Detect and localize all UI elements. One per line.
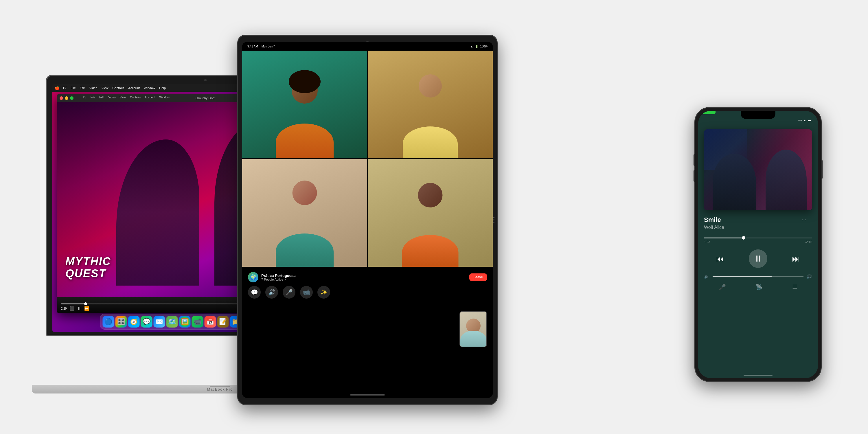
dock-photos[interactable]: 🖼️: [179, 316, 191, 328]
apple-logo-icon: 🍎: [55, 86, 60, 90]
iphone-status-icons: ▪▪▪ ▲ ▬: [798, 117, 811, 122]
group-details: Prática Portuguesa 7 People Active >: [261, 273, 296, 281]
airplay-icon[interactable]: ⬛: [69, 306, 74, 311]
menubar-view[interactable]: View: [101, 86, 108, 90]
dock-messages[interactable]: 💬: [141, 316, 153, 328]
cell-4-torso: [402, 235, 459, 267]
battery-icon: ▬: [808, 118, 811, 122]
ipad-date: Mon Jun 7: [261, 45, 275, 48]
time-elapsed: 2:29: [61, 307, 66, 310]
music-volume-row: 🔈 🔊: [704, 274, 812, 279]
dock-maps[interactable]: 🗺️: [166, 316, 178, 328]
group-name: Prática Portuguesa: [261, 273, 296, 278]
battery-label: 100%: [480, 45, 488, 48]
file-menu-item[interactable]: File: [91, 96, 95, 99]
progress-thumb[interactable]: [84, 302, 87, 305]
volume-down-button[interactable]: [693, 170, 695, 182]
play-pause-icon[interactable]: ⏸: [77, 306, 81, 311]
edit-menu-item[interactable]: Edit: [99, 96, 104, 99]
leave-button[interactable]: Leave: [469, 273, 487, 281]
artist-name: Wolf Alice: [704, 225, 812, 230]
window-menu-item[interactable]: Window: [159, 96, 169, 99]
volume-max-icon: 🔊: [806, 274, 812, 279]
maximize-button[interactable]: [70, 96, 73, 100]
menubar-file[interactable]: File: [71, 86, 76, 90]
menubar-tv[interactable]: TV: [62, 86, 66, 90]
video-menu-item[interactable]: Video: [108, 96, 116, 99]
dock-notes[interactable]: 📝: [217, 316, 229, 328]
rewind-button[interactable]: ⏮: [716, 254, 724, 264]
menubar-account[interactable]: Account: [128, 86, 140, 90]
account-menu-item[interactable]: Account: [145, 96, 155, 99]
iphone-device: 9:41 ▪▪▪ ▲ ▬: [694, 107, 822, 382]
volume-up-button[interactable]: [693, 154, 695, 166]
menubar-video[interactable]: Video: [89, 86, 97, 90]
battery-icon: 🔋: [475, 45, 478, 48]
music-progress-bar[interactable]: [704, 238, 812, 239]
music-bottom-icons: 🎤 📡 ☰: [704, 283, 812, 290]
window-title: Grouchy Goat: [195, 96, 215, 100]
volume-fill: [713, 276, 772, 277]
iphone-notch: [741, 111, 775, 119]
progress-fill: [61, 304, 84, 304]
menubar-items: TV File Edit Video View Controls Account…: [62, 86, 166, 90]
dock-safari[interactable]: 🧭: [128, 316, 140, 328]
queue-button[interactable]: ☰: [792, 283, 797, 290]
fast-forward-button[interactable]: ⏭: [792, 254, 800, 264]
cell-3-head: [292, 181, 317, 205]
speaker-btn[interactable]: 🔊: [265, 286, 278, 299]
group-icon: 🌍: [248, 272, 258, 282]
figure-right: [766, 150, 807, 210]
cell-2-torso: [403, 126, 458, 158]
mic-btn[interactable]: 🎤: [283, 286, 296, 299]
music-progress-thumb[interactable]: [742, 236, 745, 240]
more-options-button[interactable]: ···: [802, 216, 806, 223]
minimize-button[interactable]: [65, 96, 68, 100]
ipad-self-view: [460, 311, 487, 347]
time-remaining: -2:15: [805, 240, 812, 244]
menubar-controls[interactable]: Controls: [112, 86, 124, 90]
cell-2-head: [418, 74, 442, 97]
forward-icon[interactable]: ⏩: [84, 306, 89, 311]
group-count: 7 People Active >: [261, 278, 296, 281]
chat-btn[interactable]: 💬: [248, 286, 261, 299]
controls-left: 2:29 ⬛ ⏸ ⏩: [61, 306, 89, 311]
activity-indicator: [698, 111, 715, 114]
airplay-button[interactable]: 📡: [755, 283, 763, 290]
volume-slider[interactable]: [713, 276, 804, 277]
ipad-side-buttons: [493, 217, 494, 223]
music-player: Smile Wolf Alice ··· 1:23 -2:15: [698, 124, 818, 378]
facetime-cell-4: [368, 159, 493, 267]
menubar-window[interactable]: Window: [144, 86, 155, 90]
dock-facetime[interactable]: 📹: [192, 316, 204, 328]
view-menu-item[interactable]: View: [120, 96, 126, 99]
iphone-screen: 9:41 ▪▪▪ ▲ ▬: [698, 111, 818, 378]
video-btn[interactable]: 📹: [300, 286, 313, 299]
iphone-home-bar: [744, 375, 773, 376]
ipad-facetime-bar: 🌍 Prática Portuguesa 7 People Active > L…: [242, 268, 493, 398]
wifi-signal-icon: ▲: [803, 118, 806, 122]
pause-button[interactable]: ⏸: [749, 249, 767, 268]
self-view-body: [460, 331, 486, 347]
effects-btn[interactable]: ✨: [317, 286, 330, 299]
menubar-edit[interactable]: Edit: [80, 86, 85, 90]
ipad-home-bar: [350, 394, 385, 396]
music-controls: ⏮ ⏸ ⏭: [704, 249, 812, 268]
dock-launchpad[interactable]: 🎛️: [116, 316, 127, 328]
music-time-row: 1:23 -2:15: [704, 240, 812, 244]
dock-calendar[interactable]: 📅: [205, 316, 216, 328]
scene: 🍎 TV File Edit Video View Controls Accou…: [29, 18, 839, 416]
video-title-overlay: Mythic Quest: [65, 255, 111, 280]
lyrics-button[interactable]: 🎤: [719, 283, 726, 290]
cellular-icon: ▪▪▪: [798, 118, 802, 122]
controls-menu-item[interactable]: Controls: [130, 96, 141, 99]
cell-4-head: [418, 183, 443, 208]
close-button[interactable]: [60, 96, 63, 100]
power-button[interactable]: [821, 160, 823, 179]
menubar-help[interactable]: Help: [159, 86, 166, 90]
ipad-status-icons: ▲ 🔋 100%: [470, 45, 488, 48]
dock-finder[interactable]: 🔵: [103, 316, 114, 328]
dock-mail[interactable]: ✉️: [154, 316, 165, 328]
iphone-body: 9:41 ▪▪▪ ▲ ▬: [694, 107, 822, 382]
tv-menu-item[interactable]: TV: [83, 96, 87, 99]
